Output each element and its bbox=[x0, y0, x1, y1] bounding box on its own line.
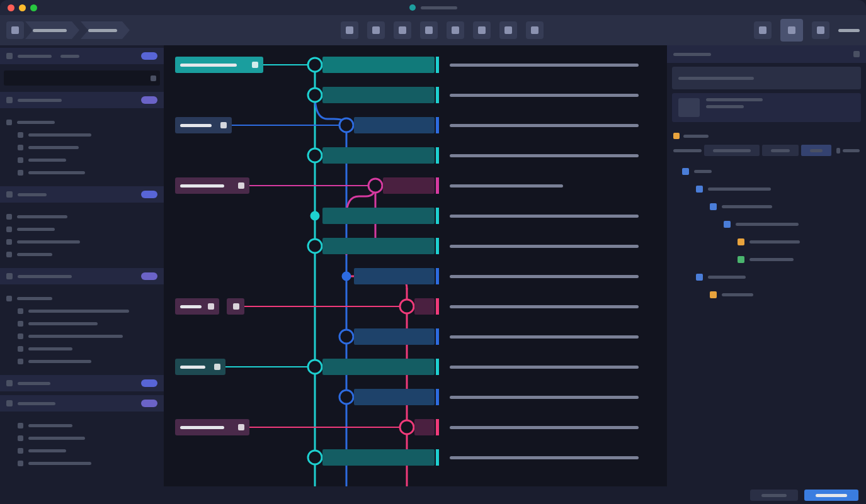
commit-bar-13[interactable] bbox=[322, 449, 435, 466]
commit-message-11[interactable] bbox=[450, 396, 639, 399]
commit-bar-9[interactable] bbox=[354, 328, 435, 345]
right-header-icon[interactable] bbox=[853, 51, 860, 57]
commit-message-2[interactable] bbox=[450, 124, 639, 127]
right-tab-0[interactable] bbox=[704, 145, 760, 156]
commit-message-5[interactable] bbox=[450, 215, 639, 218]
left-panel-header-1[interactable] bbox=[0, 92, 164, 108]
branch-label-8-0[interactable] bbox=[175, 298, 219, 315]
file-tree-item-0[interactable] bbox=[682, 162, 860, 180]
branch-label-8-1[interactable] bbox=[227, 298, 244, 315]
breadcrumb-2[interactable] bbox=[81, 21, 130, 39]
commit-bar-1[interactable] bbox=[322, 87, 435, 103]
toolbar-btn-c0[interactable] bbox=[341, 21, 358, 39]
toolbar-btn-c5[interactable] bbox=[473, 21, 491, 39]
file-tree-item-6[interactable] bbox=[682, 268, 860, 286]
left-panel-header-0[interactable] bbox=[0, 48, 164, 64]
left-panel-header-3[interactable] bbox=[0, 268, 164, 284]
commit-message-13[interactable] bbox=[450, 456, 639, 459]
left-item-5-2[interactable] bbox=[6, 444, 157, 457]
commit-message-4[interactable] bbox=[450, 184, 563, 188]
left-item-3-0[interactable] bbox=[6, 292, 157, 305]
right-tab-2[interactable] bbox=[801, 145, 831, 156]
file-tree-item-3[interactable] bbox=[682, 215, 860, 233]
commit-message-8[interactable] bbox=[450, 305, 639, 308]
nav-back-button[interactable] bbox=[6, 21, 24, 39]
left-item-1-2[interactable] bbox=[6, 141, 157, 154]
toolbar-btn-c3[interactable] bbox=[420, 21, 438, 39]
breadcrumb-1[interactable] bbox=[25, 21, 79, 39]
left-item-3-3[interactable] bbox=[6, 330, 157, 342]
commit-message-9[interactable] bbox=[450, 335, 639, 339]
commit-bar-7[interactable] bbox=[354, 268, 435, 284]
footer-primary-button[interactable] bbox=[804, 490, 858, 501]
toolbar-pill[interactable] bbox=[838, 29, 860, 32]
file-tree-item-5[interactable] bbox=[682, 250, 860, 268]
branch-label-10-0[interactable] bbox=[175, 359, 225, 375]
folder-icon bbox=[673, 133, 680, 139]
search-input[interactable] bbox=[4, 70, 160, 86]
file-tree-item-2[interactable] bbox=[682, 198, 860, 215]
commit-message-12[interactable] bbox=[450, 426, 639, 429]
left-panel-header-2[interactable] bbox=[0, 186, 164, 203]
left-item-2-0[interactable] bbox=[6, 210, 157, 223]
left-item-2-2[interactable] bbox=[6, 235, 157, 248]
toolbar-btn-c2[interactable] bbox=[394, 21, 411, 39]
left-item-5-1[interactable] bbox=[6, 432, 157, 444]
left-panel-header-4[interactable] bbox=[0, 375, 164, 391]
commit-message-6[interactable] bbox=[450, 245, 639, 248]
commit-bar-3[interactable] bbox=[322, 147, 435, 164]
file-tree bbox=[667, 159, 866, 486]
branch-label-0-0[interactable] bbox=[175, 57, 263, 73]
left-item-1-3[interactable] bbox=[6, 154, 157, 166]
toolbar-btn-r1[interactable] bbox=[754, 21, 772, 39]
left-item-3-4[interactable] bbox=[6, 342, 157, 355]
file-tree-item-7[interactable] bbox=[682, 286, 860, 303]
right-tab-1[interactable] bbox=[762, 145, 799, 156]
left-item-2-1[interactable] bbox=[6, 223, 157, 235]
close-icon[interactable] bbox=[8, 4, 14, 11]
left-item-5-0[interactable] bbox=[6, 419, 157, 432]
toolbar-btn-r3[interactable] bbox=[812, 21, 829, 39]
branch-label-12-0[interactable] bbox=[175, 419, 249, 435]
commit-edge-1 bbox=[436, 87, 439, 103]
branch-label-4-0[interactable] bbox=[175, 177, 249, 194]
commit-bar-5[interactable] bbox=[322, 208, 435, 224]
commit-bar-11[interactable] bbox=[354, 389, 435, 405]
commit-message-0[interactable] bbox=[450, 64, 639, 67]
toolbar-btn-c1[interactable] bbox=[367, 21, 385, 39]
toolbar-btn-r2[interactable] bbox=[780, 19, 803, 42]
file-tree-item-4[interactable] bbox=[682, 233, 860, 250]
left-item-1-4[interactable] bbox=[6, 166, 157, 179]
left-item-5-3[interactable] bbox=[6, 457, 157, 469]
left-item-2-3[interactable] bbox=[6, 248, 157, 260]
left-panel-header-5[interactable] bbox=[0, 395, 164, 412]
file-tree-item-1[interactable] bbox=[682, 180, 860, 198]
commit-bar-2[interactable] bbox=[354, 117, 435, 133]
avatar bbox=[678, 98, 700, 117]
minimize-icon[interactable] bbox=[19, 4, 26, 11]
commit-bar-4[interactable] bbox=[383, 177, 435, 194]
commit-message-1[interactable] bbox=[450, 94, 639, 97]
left-item-1-1[interactable] bbox=[6, 128, 157, 141]
toolbar-btn-c6[interactable] bbox=[499, 21, 517, 39]
left-item-1-0[interactable] bbox=[6, 116, 157, 128]
footer-cancel-button[interactable] bbox=[750, 490, 798, 501]
svg-point-22 bbox=[308, 451, 322, 464]
commit-bar-10[interactable] bbox=[322, 359, 435, 375]
commit-edge-2 bbox=[436, 117, 439, 133]
commit-message-10[interactable] bbox=[450, 366, 639, 369]
toolbar-btn-c7[interactable] bbox=[526, 21, 544, 39]
toolbar-btn-c4[interactable] bbox=[447, 21, 464, 39]
toolbar bbox=[0, 15, 866, 45]
left-item-3-5[interactable] bbox=[6, 355, 157, 367]
commit-bar-0[interactable] bbox=[322, 57, 435, 73]
commit-bar-12[interactable] bbox=[414, 419, 435, 435]
commit-message-3[interactable] bbox=[450, 154, 639, 157]
commit-message-7[interactable] bbox=[450, 275, 639, 278]
branch-label-2-0[interactable] bbox=[175, 117, 232, 133]
left-item-3-1[interactable] bbox=[6, 305, 157, 317]
commit-bar-6[interactable] bbox=[322, 238, 435, 254]
maximize-icon[interactable] bbox=[30, 4, 37, 11]
left-item-3-2[interactable] bbox=[6, 317, 157, 330]
commit-bar-8[interactable] bbox=[414, 298, 435, 315]
